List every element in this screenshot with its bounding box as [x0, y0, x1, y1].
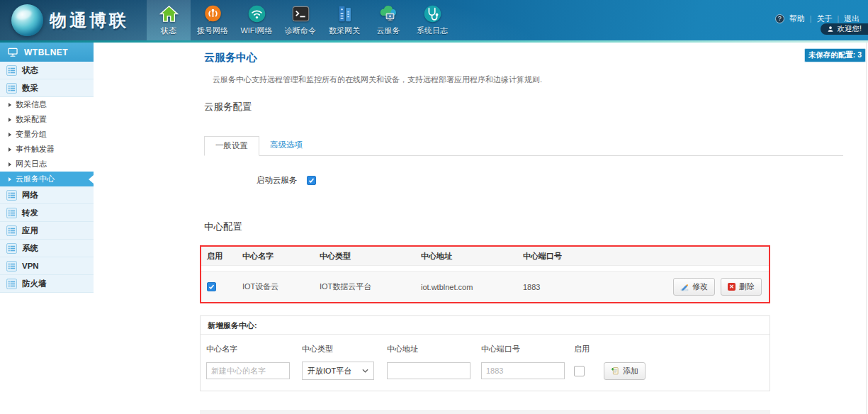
cell-center-type: IOT数据云平台 [320, 281, 421, 292]
new-center-enabled-checkbox[interactable] [574, 366, 585, 376]
sidebar-item-label: 应用 [22, 225, 38, 236]
home-icon [159, 4, 179, 23]
section-cloud-config-title: 云服务配置 [204, 101, 843, 113]
center-port-input[interactable] [481, 362, 565, 379]
welcome-text: 欢迎您! [838, 24, 862, 34]
center-type-select[interactable]: 开放IOT平台 [302, 362, 374, 380]
chevron-down-icon [362, 369, 368, 373]
center-type-selected-value: 开放IOT平台 [308, 366, 351, 376]
list-icon [6, 243, 17, 254]
settings-tabs: 一般设置 高级选项 [204, 136, 843, 156]
sidebar-subitem-cloud-service-center[interactable]: 云服务中心 [0, 172, 94, 186]
cell-center-address: iot.wtblnet.com [421, 283, 523, 291]
nav-label: 诊断命令 [285, 26, 316, 36]
link-separator: | [810, 15, 812, 23]
sidebar-item-label: 状态 [22, 65, 38, 76]
page-content: 云服务中心 云服务中心支持远程管理和监控所有的在线网关和设备，支持远程部署应用程… [204, 43, 843, 414]
sidebar-subitem-event-trigger[interactable]: 事件触发器 [0, 142, 94, 157]
sidebar-item-label: VPN [22, 262, 39, 270]
nav-label: 拨号网络 [197, 26, 228, 36]
sidebar-item-system[interactable]: 系统 [0, 240, 94, 257]
nav-item-wifi-network[interactable]: WIFI网络 [235, 0, 278, 40]
add-center-inputs: 开放IOT平台 添加 [201, 362, 770, 380]
center-name-input[interactable] [206, 362, 290, 379]
sidebar-subitem-daq-config[interactable]: 数采配置 [0, 112, 94, 127]
tab-general-settings[interactable]: 一般设置 [204, 136, 259, 156]
add-center-title: 新增服务中心: [201, 316, 770, 335]
caret-right-icon [9, 103, 11, 107]
check-icon [208, 284, 215, 290]
main-area: 未保存的配置: 3 云服务中心 云服务中心支持远程管理和监控所有的在线网关和设备… [94, 43, 868, 414]
pencil-icon [680, 283, 689, 291]
nav-item-cloud-service[interactable]: 云服务 [366, 0, 410, 40]
sidebar-subitem-daq-info[interactable]: 数采信息 [0, 97, 94, 112]
wifi-icon [247, 4, 266, 23]
globe-logo-icon [11, 4, 43, 36]
nav-item-system-log[interactable]: 系统日志 [410, 0, 454, 40]
cell-center-name: IOT设备云 [242, 281, 320, 292]
stethoscope-icon [422, 4, 442, 23]
sidebar-item-vpn[interactable]: VPN [0, 257, 94, 275]
sidebar-item-forward[interactable]: 转发 [0, 204, 94, 222]
sidebar-device-title: WTBLNET [0, 43, 94, 62]
col-header-enabled: 启用 [201, 251, 242, 262]
sidebar-subitem-variable-group[interactable]: 变量分组 [0, 127, 94, 142]
sidebar-subitem-label: 事件触发器 [16, 144, 55, 155]
nav-label: 系统日志 [417, 26, 448, 36]
footer-action-bar: 保存&应用 保存 复位 [200, 410, 770, 414]
add-center-labels: 中心名字 中心类型 中心地址 中心端口号 启用 [201, 344, 770, 354]
center-address-input[interactable] [387, 362, 470, 379]
sidebar-item-label: 防火墙 [22, 279, 47, 289]
sidebar-item-status[interactable]: 状态 [0, 62, 94, 79]
delete-button[interactable]: ✕ 删除 [721, 278, 762, 296]
brand-name: 物通博联 [50, 9, 129, 32]
caret-right-icon [9, 177, 11, 181]
sidebar-item-label: 网络 [22, 190, 38, 201]
nav-item-dial-network[interactable]: 拨号网络 [191, 0, 235, 40]
top-nav: 状态 拨号网络 WIFI网络 诊断命令 数采网关 [147, 0, 454, 40]
label-center-port: 中心端口号 [481, 344, 574, 354]
help-link[interactable]: 帮助 [789, 13, 805, 24]
welcome-pill[interactable]: 欢迎您! [821, 23, 868, 35]
list-icon [6, 261, 17, 272]
list-icon [6, 208, 17, 218]
sidebar-item-daq[interactable]: 数采 [0, 79, 94, 97]
section-center-config-title: 中心配置 [204, 220, 843, 233]
delete-button-label: 删除 [739, 281, 755, 292]
add-button[interactable]: 添加 [604, 362, 646, 380]
col-header-address: 中心地址 [421, 251, 523, 262]
sidebar-subitem-label: 变量分组 [16, 129, 47, 140]
tab-advanced-options[interactable]: 高级选项 [259, 136, 313, 155]
enable-cloud-label: 启动云服务 [257, 175, 298, 186]
logout-link[interactable]: 退出 [844, 13, 859, 24]
gateway-icon [334, 4, 354, 23]
brand-logo: 物通博联 [11, 4, 129, 36]
edit-button[interactable]: 修改 [673, 278, 715, 296]
col-header-port: 中心端口号 [523, 251, 678, 262]
nav-item-status[interactable]: 状态 [147, 0, 191, 40]
nav-item-daq-gateway[interactable]: 数采网关 [322, 0, 366, 40]
sidebar-subitem-gateway-log[interactable]: 网关日志 [0, 157, 94, 172]
cloud-icon [378, 4, 398, 23]
row-enabled-checkbox[interactable] [207, 282, 216, 291]
label-enabled: 启用 [574, 344, 770, 354]
sidebar: WTBLNET 状态 数采 数采信息 数采配置 变量分组 事件触发器 网关日志 … [0, 43, 94, 293]
device-name: WTBLNET [24, 47, 68, 57]
sidebar-item-application[interactable]: 应用 [0, 222, 94, 240]
nav-label: 云服务 [377, 26, 400, 36]
nav-label: WIFI网络 [240, 26, 272, 36]
add-note-icon [611, 367, 619, 375]
sidebar-item-label: 数采 [22, 83, 38, 94]
enable-cloud-checkbox[interactable] [307, 176, 316, 185]
about-link[interactable]: 关于 [816, 13, 832, 24]
sidebar-item-network[interactable]: 网络 [0, 186, 94, 204]
nav-item-diagnostic-command[interactable]: 诊断命令 [278, 0, 322, 40]
add-button-label: 添加 [623, 366, 638, 376]
list-icon [6, 190, 17, 201]
table-gap [201, 266, 769, 271]
sidebar-item-firewall[interactable]: 防火墙 [0, 275, 94, 293]
table-row: IOT设备云 IOT数据云平台 iot.wtblnet.com 1883 修改 … [201, 271, 769, 302]
top-header: 物通博联 状态 拨号网络 WIFI网络 诊断命令 [0, 0, 868, 40]
sidebar-item-label: 转发 [22, 208, 38, 218]
enable-cloud-row: 启动云服务 [257, 175, 843, 186]
